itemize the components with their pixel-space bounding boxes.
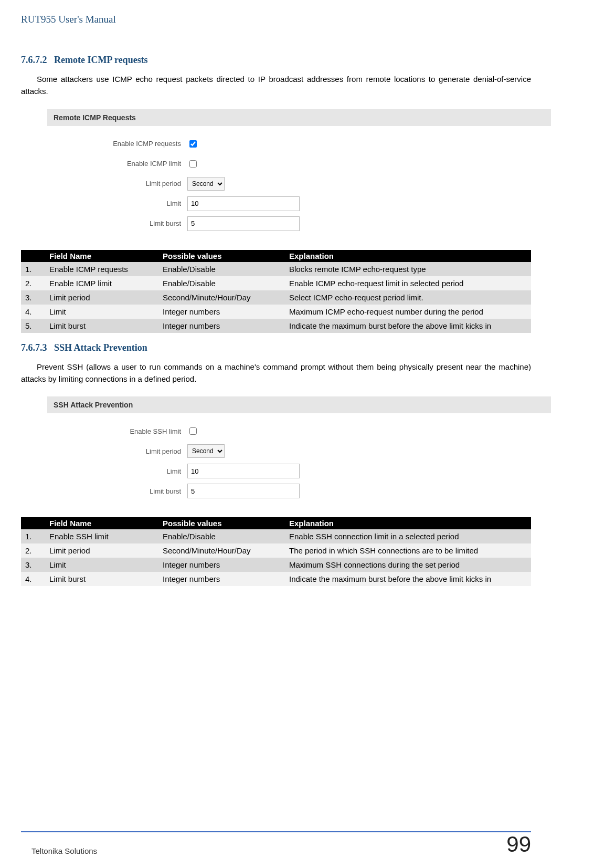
cell-num: 3. — [21, 558, 45, 572]
section-title: Remote ICMP requests — [54, 55, 148, 65]
field-table-icmp: Field Name Possible values Explanation 1… — [21, 250, 531, 333]
cell-vals: Integer numbers — [158, 319, 285, 333]
cell-num: 1. — [21, 529, 45, 543]
cell-name: Limit — [45, 558, 158, 572]
page-footer: Teltonika Solutions 99 — [21, 831, 531, 855]
field-label: Limit — [47, 200, 187, 207]
field-label: Enable ICMP requests — [47, 140, 187, 148]
cell-expl: Maximum SSH connections during the set p… — [285, 558, 531, 572]
cell-expl: The period in which SSH connections are … — [285, 543, 531, 558]
table-row: 5. Limit burst Integer numbers Indicate … — [21, 319, 531, 333]
cell-num: 4. — [21, 305, 45, 319]
section-number: 7.6.7.3 — [21, 342, 47, 353]
cell-name: Limit burst — [45, 572, 158, 586]
cell-expl: Enable SSH connection limit in a selecte… — [285, 529, 531, 543]
table-header: Possible values — [158, 250, 285, 262]
cell-vals: Enable/Disable — [158, 262, 285, 276]
row-limit-period: Limit period Second — [47, 443, 551, 459]
table-row: 3. Limit Integer numbers Maximum SSH con… — [21, 558, 531, 572]
cell-expl: Select ICMP echo-request period limit. — [285, 290, 531, 305]
row-enable-icmp-limit: Enable ICMP limit — [47, 155, 551, 172]
table-header: Field Name — [45, 517, 158, 529]
cell-name: Enable ICMP limit — [45, 276, 158, 290]
cell-expl: Indicate the maximum burst before the ab… — [285, 319, 531, 333]
field-label: Limit burst — [47, 487, 187, 495]
limit-input[interactable] — [187, 196, 300, 211]
cell-num: 1. — [21, 262, 45, 276]
table-header — [21, 250, 45, 262]
cell-num: 4. — [21, 572, 45, 586]
section-paragraph: Some attackers use ICMP echo request pac… — [21, 73, 531, 98]
cell-num: 5. — [21, 319, 45, 333]
section-paragraph: Prevent SSH (allows a user to run comman… — [21, 361, 531, 385]
cell-expl: Blocks remote ICMP echo-request type — [285, 262, 531, 276]
field-label: Enable SSH limit — [47, 427, 187, 435]
cell-expl: Enable ICMP echo-request limit in select… — [285, 276, 531, 290]
screenshot-body: Enable ICMP requests Enable ICMP limit L… — [47, 126, 551, 238]
table-header: Possible values — [158, 517, 285, 529]
screenshot-header: Remote ICMP Requests — [47, 109, 551, 126]
cell-name: Enable SSH limit — [45, 529, 158, 543]
section-number: 7.6.7.2 — [21, 55, 47, 65]
row-enable-icmp-requests: Enable ICMP requests — [47, 135, 551, 152]
cell-expl: Indicate the maximum burst before the ab… — [285, 572, 531, 586]
cell-name: Enable ICMP requests — [45, 262, 158, 276]
section-title: SSH Attack Prevention — [54, 342, 147, 353]
screenshot-ssh-attack: SSH Attack Prevention Enable SSH limit L… — [47, 396, 551, 506]
table-row: 2. Enable ICMP limit Enable/Disable Enab… — [21, 276, 531, 290]
table-row: 4. Limit burst Integer numbers Indicate … — [21, 572, 531, 586]
cell-expl: Maximum ICMP echo-request number during … — [285, 305, 531, 319]
cell-num: 2. — [21, 276, 45, 290]
cell-vals: Enable/Disable — [158, 276, 285, 290]
table-row: 1. Enable ICMP requests Enable/Disable B… — [21, 262, 531, 276]
field-label: Limit period — [47, 447, 187, 455]
cell-name: Limit — [45, 305, 158, 319]
table-row: 2. Limit period Second/Minute/Hour/Day T… — [21, 543, 531, 558]
table-header-row: Field Name Possible values Explanation — [21, 517, 531, 529]
cell-vals: Second/Minute/Hour/Day — [158, 543, 285, 558]
cell-num: 3. — [21, 290, 45, 305]
limit-period-select[interactable]: Second — [187, 444, 225, 458]
screenshot-header: SSH Attack Prevention — [47, 396, 551, 413]
table-row: 1. Enable SSH limit Enable/Disable Enabl… — [21, 529, 531, 543]
field-label: Enable ICMP limit — [47, 160, 187, 168]
section-heading-icmp: 7.6.7.2 Remote ICMP requests — [21, 55, 531, 66]
cell-name: Limit burst — [45, 319, 158, 333]
cell-name: Limit period — [45, 290, 158, 305]
table-header: Explanation — [285, 250, 531, 262]
document-title: RUT955 User's Manual — [21, 14, 531, 25]
enable-icmp-limit-checkbox[interactable] — [189, 160, 197, 168]
page-number: 99 — [506, 833, 531, 855]
cell-vals: Integer numbers — [158, 305, 285, 319]
table-header: Explanation — [285, 517, 531, 529]
limit-period-select[interactable]: Second — [187, 177, 225, 191]
row-limit-burst: Limit burst — [47, 483, 551, 499]
limit-input[interactable] — [187, 464, 300, 478]
limit-burst-input[interactable] — [187, 216, 300, 231]
row-limit-period: Limit period Second — [47, 175, 551, 192]
table-row: 3. Limit period Second/Minute/Hour/Day S… — [21, 290, 531, 305]
section-heading-ssh: 7.6.7.3 SSH Attack Prevention — [21, 342, 531, 353]
screenshot-remote-icmp: Remote ICMP Requests Enable ICMP request… — [47, 109, 551, 238]
cell-num: 2. — [21, 543, 45, 558]
field-label: Limit period — [47, 180, 187, 187]
cell-vals: Integer numbers — [158, 572, 285, 586]
footer-company: Teltonika Solutions — [21, 846, 97, 855]
limit-burst-input[interactable] — [187, 484, 300, 498]
enable-ssh-limit-checkbox[interactable] — [189, 427, 197, 435]
table-header — [21, 517, 45, 529]
table-row: 4. Limit Integer numbers Maximum ICMP ec… — [21, 305, 531, 319]
row-limit: Limit — [47, 463, 551, 479]
cell-vals: Second/Minute/Hour/Day — [158, 290, 285, 305]
table-header: Field Name — [45, 250, 158, 262]
table-header-row: Field Name Possible values Explanation — [21, 250, 531, 262]
row-limit-burst: Limit burst — [47, 215, 551, 232]
field-label: Limit — [47, 467, 187, 475]
field-label: Limit burst — [47, 219, 187, 227]
field-table-ssh: Field Name Possible values Explanation 1… — [21, 517, 531, 586]
row-limit: Limit — [47, 195, 551, 212]
row-enable-ssh-limit: Enable SSH limit — [47, 423, 551, 440]
cell-vals: Enable/Disable — [158, 529, 285, 543]
cell-name: Limit period — [45, 543, 158, 558]
enable-icmp-requests-checkbox[interactable] — [189, 140, 197, 148]
